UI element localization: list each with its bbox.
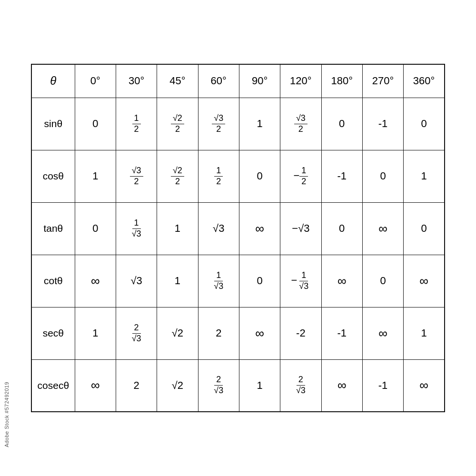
cos-row: cosθ 1 √32 √22 12 0 −12 -1 0 1 — [31, 150, 445, 202]
sec-30: 2√3 — [116, 307, 157, 359]
sec-0: 1 — [75, 307, 116, 359]
cos-30: √32 — [116, 150, 157, 202]
cosec-180: ∞ — [321, 359, 362, 412]
sec-60: 2 — [198, 307, 239, 359]
sin-120: √32 — [280, 98, 321, 150]
sec-360: 1 — [404, 307, 445, 359]
header-45: 45° — [157, 64, 198, 98]
sin-270: -1 — [362, 98, 403, 150]
tan-0: 0 — [75, 202, 116, 255]
sin-90: 1 — [239, 98, 280, 150]
header-60: 60° — [198, 64, 239, 98]
cos-60: 12 — [198, 150, 239, 202]
cot-30: √3 — [116, 255, 157, 307]
cosec-30: 2 — [116, 359, 157, 412]
header-360: 360° — [404, 64, 445, 98]
cos-label: cosθ — [31, 150, 75, 202]
cosec-45: √2 — [157, 359, 198, 412]
sin-360: 0 — [404, 98, 445, 150]
header-120: 120° — [280, 64, 321, 98]
sin-row: sinθ 0 12 √22 √32 1 √32 0 -1 0 — [31, 98, 445, 150]
tan-120: −√3 — [280, 202, 321, 255]
tan-90: ∞ — [239, 202, 280, 255]
sec-label: secθ — [31, 307, 75, 359]
header-30: 30° — [116, 64, 157, 98]
tan-row: tanθ 0 1√3 1 √3 ∞ −√3 0 ∞ 0 — [31, 202, 445, 255]
header-theta: θ — [31, 64, 75, 98]
cot-0: ∞ — [75, 255, 116, 307]
tan-180: 0 — [321, 202, 362, 255]
cos-180: -1 — [321, 150, 362, 202]
header-270: 270° — [362, 64, 403, 98]
header-row: θ 0° 30° 45° 60° 90° 120° 180° 270° 360° — [31, 64, 445, 98]
sec-270: ∞ — [362, 307, 403, 359]
cot-180: ∞ — [321, 255, 362, 307]
header-0: 0° — [75, 64, 116, 98]
sin-label: sinθ — [31, 98, 75, 150]
sec-45: √2 — [157, 307, 198, 359]
cot-360: ∞ — [404, 255, 445, 307]
header-90: 90° — [239, 64, 280, 98]
watermark: Adobe Stock #572492019 — [4, 382, 10, 447]
cosec-0: ∞ — [75, 359, 116, 412]
sin-0: 0 — [75, 98, 116, 150]
cos-120: −12 — [280, 150, 321, 202]
cosec-row: cosecθ ∞ 2 √2 2√3 1 2√3 ∞ -1 ∞ — [31, 359, 445, 412]
cot-row: cotθ ∞ √3 1 1√3 0 −1√3 ∞ 0 ∞ — [31, 255, 445, 307]
cosec-120: 2√3 — [280, 359, 321, 412]
sin-30: 12 — [116, 98, 157, 150]
cot-60: 1√3 — [198, 255, 239, 307]
cosec-60: 2√3 — [198, 359, 239, 412]
sec-90: ∞ — [239, 307, 280, 359]
trig-table: θ 0° 30° 45° 60° 90° 120° 180° 270° 360°… — [31, 64, 445, 412]
tan-30: 1√3 — [116, 202, 157, 255]
page-container: Adobe Stock #572492019 θ 0° 30° 45° 60° … — [0, 0, 476, 476]
tan-270: ∞ — [362, 202, 403, 255]
tan-360: 0 — [404, 202, 445, 255]
tan-45: 1 — [157, 202, 198, 255]
tan-60: √3 — [198, 202, 239, 255]
cos-270: 0 — [362, 150, 403, 202]
cos-90: 0 — [239, 150, 280, 202]
cosec-360: ∞ — [404, 359, 445, 412]
cosec-270: -1 — [362, 359, 403, 412]
sec-row: secθ 1 2√3 √2 2 ∞ -2 -1 ∞ 1 — [31, 307, 445, 359]
sec-180: -1 — [321, 307, 362, 359]
cosec-90: 1 — [239, 359, 280, 412]
cos-0: 1 — [75, 150, 116, 202]
cos-360: 1 — [404, 150, 445, 202]
cot-90: 0 — [239, 255, 280, 307]
cot-120: −1√3 — [280, 255, 321, 307]
tan-label: tanθ — [31, 202, 75, 255]
cot-270: 0 — [362, 255, 403, 307]
sin-60: √32 — [198, 98, 239, 150]
cot-label: cotθ — [31, 255, 75, 307]
cos-45: √22 — [157, 150, 198, 202]
cosec-label: cosecθ — [31, 359, 75, 412]
sec-120: -2 — [280, 307, 321, 359]
header-180: 180° — [321, 64, 362, 98]
sin-180: 0 — [321, 98, 362, 150]
sin-45: √22 — [157, 98, 198, 150]
cot-45: 1 — [157, 255, 198, 307]
